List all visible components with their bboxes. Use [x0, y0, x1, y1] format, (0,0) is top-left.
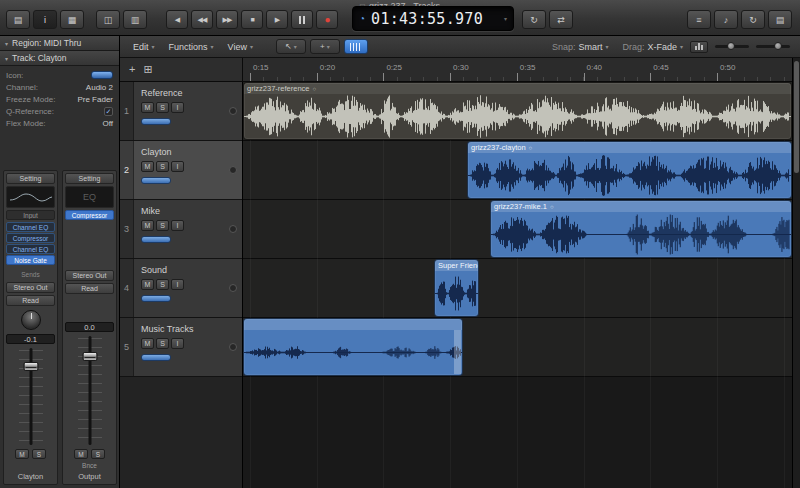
input-monitor-button[interactable]: I — [171, 102, 184, 113]
fade-handle[interactable] — [454, 330, 461, 374]
cycle-button[interactable]: ↻ — [522, 10, 546, 29]
add-track-button[interactable]: + — [129, 64, 135, 75]
track-volume-slider[interactable] — [141, 118, 171, 125]
play-button[interactable]: ▶ — [266, 10, 288, 29]
plugin-slot[interactable]: Compressor — [65, 210, 114, 220]
edit-menu[interactable]: Edit▾ — [126, 42, 162, 52]
automation-mode-button[interactable]: Read — [6, 295, 55, 306]
checkbox[interactable]: ✓ — [104, 107, 113, 116]
input-monitor-button[interactable]: I — [171, 220, 184, 231]
vertical-zoom-slider[interactable] — [756, 45, 790, 48]
track-volume-slider[interactable] — [141, 295, 171, 302]
automation-mode-button[interactable]: Read — [65, 283, 114, 294]
vertical-scrollbar[interactable] — [792, 58, 800, 488]
waveform-zoom-button[interactable] — [690, 41, 708, 53]
pause-button[interactable] — [291, 10, 313, 29]
mute-button[interactable]: M — [141, 338, 154, 349]
tracks-timeline[interactable]: grizz237-reference○grizz237-clayton○griz… — [243, 82, 792, 488]
mute-button[interactable]: M — [141, 220, 154, 231]
editors-button[interactable]: ▥ — [123, 10, 147, 29]
solo-button[interactable]: S — [156, 161, 169, 172]
eq-display[interactable]: EQ — [65, 186, 114, 208]
stop-button[interactable]: ■ — [241, 10, 263, 29]
fader-cap[interactable] — [82, 352, 97, 361]
media-browser-button[interactable]: ▤ — [768, 10, 792, 29]
drag-menu[interactable]: Drag: X-Fade ▾ — [615, 42, 690, 52]
plugin-slot[interactable]: Noise Gate — [6, 255, 55, 265]
eq-display[interactable] — [6, 186, 55, 208]
plugin-slot[interactable]: Channel EQ — [6, 244, 55, 254]
library-button[interactable]: ▤ — [6, 10, 30, 29]
inspector-field[interactable]: Flex Mode:Off — [0, 117, 119, 129]
inspector-field[interactable]: Q-Reference:✓ — [0, 105, 119, 117]
track-header[interactable]: 2ClaytonMSI — [120, 141, 242, 200]
plugin-slot[interactable]: Compressor — [6, 233, 55, 243]
pan-knob[interactable] — [21, 310, 41, 330]
cmd-click-tool-menu[interactable]: +▾ — [310, 39, 340, 54]
audio-region[interactable]: grizz237-reference○ — [243, 82, 792, 140]
record-enable-button[interactable] — [229, 225, 237, 233]
audio-region[interactable] — [243, 318, 463, 376]
quick-help-button[interactable]: ▦ — [60, 10, 84, 29]
snap-menu[interactable]: Snap: Smart ▾ — [545, 42, 616, 52]
audio-region[interactable]: grizz237-mike.1○ — [490, 200, 792, 258]
lcd-display[interactable]: ◔ 01:43:55.970 ▾ — [352, 6, 514, 31]
record-enable-button[interactable] — [229, 284, 237, 292]
solo-button[interactable]: S — [156, 279, 169, 290]
rewind-button[interactable]: ◀◀ — [191, 10, 213, 29]
mute-button[interactable]: M — [141, 279, 154, 290]
output-slot[interactable]: Stereo Out — [6, 282, 55, 293]
track-icon[interactable] — [91, 71, 113, 79]
note-pads-button[interactable]: ♪ — [714, 10, 738, 29]
setting-button[interactable]: Setting — [6, 173, 55, 184]
zoom-slider-knob[interactable] — [774, 42, 782, 50]
record-button[interactable]: ● — [316, 10, 338, 29]
input-monitor-button[interactable]: I — [171, 161, 184, 172]
mute-button[interactable]: M — [141, 102, 154, 113]
mute-button[interactable]: M — [141, 161, 154, 172]
record-enable-button[interactable] — [229, 107, 237, 115]
time-ruler[interactable]: 0:150:200:250:300:350:400:450:50 — [243, 58, 792, 82]
functions-menu[interactable]: Functions▾ — [162, 42, 221, 52]
volume-fader[interactable] — [6, 346, 55, 447]
track-volume-slider[interactable] — [141, 177, 171, 184]
input-monitor-button[interactable]: I — [171, 338, 184, 349]
solo-button[interactable]: S — [91, 449, 105, 459]
track-volume-slider[interactable] — [141, 354, 171, 361]
flex-button[interactable] — [344, 39, 368, 54]
record-enable-button[interactable] — [229, 166, 237, 174]
view-menu[interactable]: View▾ — [221, 42, 260, 52]
input-slot[interactable]: Input — [6, 210, 55, 220]
audio-region[interactable]: grizz237-clayton○ — [467, 141, 792, 199]
inspector-field[interactable]: Freeze Mode:Pre Fader — [0, 93, 119, 105]
plugin-slot[interactable]: Channel EQ — [6, 222, 55, 232]
solo-button[interactable]: S — [156, 338, 169, 349]
solo-button[interactable]: S — [156, 220, 169, 231]
volume-fader[interactable] — [65, 334, 114, 447]
track-header[interactable]: 4SoundMSI — [120, 259, 242, 318]
inspector-button[interactable]: i — [33, 10, 57, 29]
zoom-slider-knob[interactable] — [727, 42, 735, 50]
solo-button[interactable]: S — [156, 102, 169, 113]
track-header[interactable]: 5Music TracksMSI — [120, 318, 242, 377]
mute-button[interactable]: M — [15, 449, 29, 459]
solo-button[interactable]: S — [32, 449, 46, 459]
output-slot[interactable]: Stereo Out — [65, 270, 114, 281]
track-header[interactable]: 1ReferenceMSI — [120, 82, 242, 141]
audio-region[interactable]: Super Friend○ — [434, 259, 479, 317]
track-inspector-header[interactable]: ▾ Track: Clayton — [0, 51, 119, 66]
mixer-button[interactable]: ◫ — [96, 10, 120, 29]
inspector-field[interactable]: Icon: — [0, 69, 119, 81]
setting-button[interactable]: Setting — [65, 173, 114, 184]
track-volume-slider[interactable] — [141, 236, 171, 243]
inspector-field[interactable]: Channel:Audio 2 — [0, 81, 119, 93]
mute-button[interactable]: M — [74, 449, 88, 459]
replace-button[interactable]: ⇄ — [549, 10, 573, 29]
pointer-tool-menu[interactable]: ↖▾ — [276, 39, 306, 54]
goto-beginning-button[interactable]: ◀ — [166, 10, 188, 29]
fader-cap[interactable] — [23, 362, 38, 371]
lcd-mode-chevron-icon[interactable]: ▾ — [504, 15, 507, 22]
horizontal-zoom-slider[interactable] — [715, 45, 749, 48]
record-enable-button[interactable] — [229, 343, 237, 351]
track-header[interactable]: 3MikeMSI — [120, 200, 242, 259]
